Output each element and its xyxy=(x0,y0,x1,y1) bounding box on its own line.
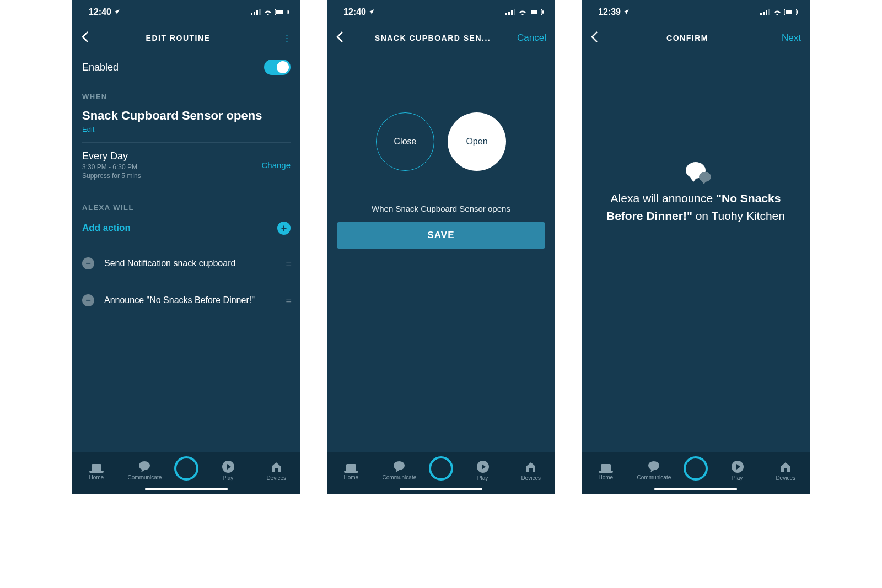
wifi-icon xyxy=(773,9,782,15)
app-header: EDIT ROUTINE ⋮ xyxy=(72,24,300,52)
svg-rect-1 xyxy=(254,12,255,15)
home-indicator[interactable] xyxy=(400,488,482,490)
back-button[interactable] xyxy=(336,31,352,45)
cancel-button[interactable]: Cancel xyxy=(513,33,546,44)
svg-point-22 xyxy=(394,461,405,470)
action-item[interactable]: − Send Notification snack cupboard = xyxy=(82,245,291,282)
nav-devices-label: Devices xyxy=(776,475,795,481)
nav-communicate-label: Communicate xyxy=(128,474,162,481)
svg-rect-20 xyxy=(346,464,356,472)
location-icon xyxy=(114,9,120,15)
svg-point-9 xyxy=(139,461,150,470)
add-action-button[interactable]: + xyxy=(277,222,291,235)
nav-home[interactable]: Home xyxy=(332,461,370,481)
battery-icon xyxy=(275,9,289,15)
back-button[interactable] xyxy=(81,31,98,45)
nav-alexa-button[interactable] xyxy=(684,456,708,481)
battery-icon xyxy=(784,9,799,15)
edit-trigger-link[interactable]: Edit xyxy=(82,125,291,133)
nav-home[interactable]: Home xyxy=(78,461,115,481)
nav-devices[interactable]: Devices xyxy=(257,460,295,481)
nav-play[interactable]: Play xyxy=(464,460,502,481)
home-indicator[interactable] xyxy=(654,488,737,490)
wifi-icon xyxy=(263,9,272,15)
cellular-signal-icon xyxy=(505,9,515,15)
svg-point-35 xyxy=(648,461,659,470)
header-title: CONFIRM xyxy=(607,34,768,42)
nav-communicate[interactable]: Communicate xyxy=(126,461,163,481)
nav-play[interactable]: Play xyxy=(719,460,756,481)
svg-rect-7 xyxy=(92,464,101,472)
svg-rect-26 xyxy=(760,13,762,15)
open-option-label: Open xyxy=(466,137,487,147)
location-icon xyxy=(623,9,630,15)
battery-icon xyxy=(530,9,544,15)
back-button[interactable] xyxy=(590,31,607,45)
confirm-pre: Alexa will announce xyxy=(611,192,716,204)
app-header: CONFIRM Next xyxy=(582,24,810,52)
close-option-label: Close xyxy=(394,137,417,147)
nav-alexa-button[interactable] xyxy=(174,456,198,481)
home-indicator[interactable] xyxy=(145,488,228,490)
status-time: 12:39 xyxy=(598,7,621,17)
status-bar: 12:39 xyxy=(582,0,810,24)
confirm-message: Alexa will announce "No Snacks Before Di… xyxy=(603,190,789,224)
svg-rect-14 xyxy=(508,12,510,15)
schedule-time: 3:30 PM - 6:30 PM xyxy=(82,163,141,171)
drag-handle-icon[interactable]: = xyxy=(286,295,291,306)
app-header: SNACK CUPBOARD SEN... Cancel xyxy=(327,24,555,52)
save-button[interactable]: SAVE xyxy=(337,222,545,249)
nav-play[interactable]: Play xyxy=(209,460,247,481)
svg-rect-5 xyxy=(276,10,283,14)
nav-play-label: Play xyxy=(223,475,233,481)
phone-screen-sensor-choice: 12:40 SNACK CUPBOARD SEN... Cancel xyxy=(327,0,555,494)
status-time: 12:40 xyxy=(343,7,366,17)
nav-devices-label: Devices xyxy=(266,475,286,481)
confirm-post: on Tuohy Kitchen xyxy=(692,209,785,222)
svg-rect-21 xyxy=(344,471,358,473)
when-section-label: WHEN xyxy=(82,93,291,101)
nav-devices[interactable]: Devices xyxy=(512,460,550,481)
svg-rect-18 xyxy=(531,10,537,14)
action-text: Announce "No Snacks Before Dinner!" xyxy=(104,295,286,305)
nav-home-label: Home xyxy=(89,474,104,481)
phone-screen-edit-routine: 12:40 EDIT ROUTINE ⋮ Enabled xyxy=(72,0,300,494)
svg-rect-27 xyxy=(763,12,765,15)
enabled-toggle[interactable] xyxy=(264,60,291,75)
nav-home[interactable]: Home xyxy=(587,461,625,481)
nav-play-label: Play xyxy=(477,475,488,481)
nav-play-label: Play xyxy=(732,475,743,481)
action-item[interactable]: − Announce "No Snacks Before Dinner!" = xyxy=(82,282,291,319)
svg-rect-0 xyxy=(251,13,252,15)
action-text: Send Notification snack cupboard xyxy=(104,258,286,268)
open-option[interactable]: Open xyxy=(448,112,506,171)
nav-devices[interactable]: Devices xyxy=(767,460,804,481)
remove-action-button[interactable]: − xyxy=(82,294,94,306)
nav-home-label: Home xyxy=(343,474,358,481)
schedule-headline: Every Day xyxy=(82,150,141,162)
nav-home-label: Home xyxy=(598,474,613,481)
next-button[interactable]: Next xyxy=(768,33,801,44)
status-bar: 12:40 xyxy=(327,0,555,24)
drag-handle-icon[interactable]: = xyxy=(286,258,291,269)
svg-rect-6 xyxy=(288,10,289,14)
svg-rect-2 xyxy=(256,10,258,15)
add-action-link[interactable]: Add action xyxy=(82,223,131,234)
enabled-label: Enabled xyxy=(82,62,119,73)
nav-alexa-button[interactable] xyxy=(429,456,453,481)
svg-rect-34 xyxy=(599,471,613,473)
change-schedule-link[interactable]: Change xyxy=(261,160,291,170)
more-options-button[interactable]: ⋮ xyxy=(259,33,292,44)
nav-communicate[interactable]: Communicate xyxy=(635,461,673,481)
svg-rect-16 xyxy=(514,9,515,15)
phone-screen-confirm: 12:39 CONFIRM Next xyxy=(582,0,810,494)
remove-action-button[interactable]: − xyxy=(82,257,94,269)
close-option[interactable]: Close xyxy=(376,112,434,171)
svg-rect-3 xyxy=(259,9,261,15)
header-title: EDIT ROUTINE xyxy=(98,34,259,42)
nav-communicate[interactable]: Communicate xyxy=(380,461,418,481)
cellular-signal-icon xyxy=(760,9,770,15)
schedule-suppress: Suppress for 5 mins xyxy=(82,172,141,180)
nav-communicate-label: Communicate xyxy=(383,474,417,481)
wifi-icon xyxy=(518,9,527,15)
